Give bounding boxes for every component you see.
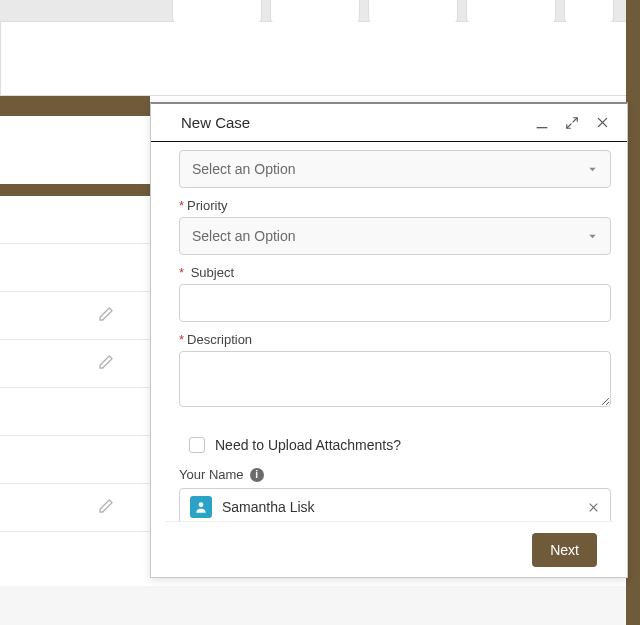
- priority-select-placeholder: Select an Option: [192, 228, 296, 244]
- expand-button[interactable]: [561, 112, 583, 134]
- priority-select[interactable]: Select an Option: [179, 217, 611, 255]
- background-left-pane: [0, 196, 150, 532]
- svg-point-3: [199, 502, 204, 507]
- background-panel: [0, 22, 640, 96]
- attachments-label: Need to Upload Attachments?: [215, 437, 401, 453]
- close-button[interactable]: [591, 112, 613, 134]
- option-select[interactable]: Select an Option: [179, 150, 611, 188]
- background-stripe-left-2: [0, 184, 150, 196]
- background-bottom: [0, 586, 626, 625]
- description-label: *Description: [179, 332, 611, 347]
- pencil-icon: [98, 306, 114, 322]
- modal-header: New Case: [151, 104, 627, 142]
- chevron-down-icon: [587, 231, 598, 242]
- description-textarea[interactable]: [179, 351, 611, 407]
- minimize-button[interactable]: [531, 112, 553, 134]
- priority-label: *Priority: [179, 198, 611, 213]
- pencil-icon: [98, 354, 114, 370]
- chevron-down-icon: [587, 164, 598, 175]
- subject-input[interactable]: [179, 284, 611, 322]
- your-name-field[interactable]: Samantha Lisk: [179, 488, 611, 521]
- clear-name-button[interactable]: [587, 501, 600, 514]
- modal-body: Select an Option *Priority Select an Opt…: [151, 142, 627, 521]
- modal-title: New Case: [181, 114, 523, 131]
- option-select-placeholder: Select an Option: [192, 161, 296, 177]
- next-button[interactable]: Next: [532, 533, 597, 567]
- background-stripe-left: [0, 96, 150, 116]
- background-tabs: [172, 0, 614, 24]
- user-icon: [190, 496, 212, 518]
- pencil-icon: [98, 498, 114, 514]
- your-name-value: Samantha Lisk: [222, 499, 577, 515]
- modal-footer: Next: [165, 521, 613, 577]
- background-stripe-right: [626, 0, 640, 625]
- info-icon: i: [250, 468, 264, 482]
- subject-label: * Subject: [179, 265, 611, 280]
- new-case-modal: New Case Select an Option *Priority Sele…: [150, 102, 628, 578]
- your-name-label: Your Name i: [179, 467, 611, 482]
- attachments-checkbox[interactable]: [189, 437, 205, 453]
